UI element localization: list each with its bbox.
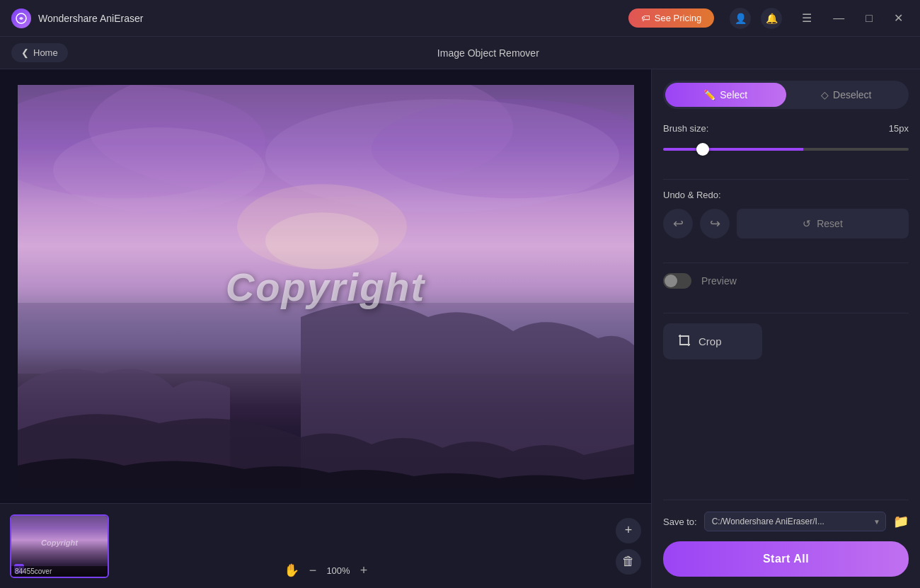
zoom-out-icon[interactable]: − [309, 563, 317, 578]
brush-size-slider[interactable] [663, 148, 909, 151]
save-area: Save to: C:/Wondershare AniEraser/I... ▼… [663, 500, 909, 577]
see-pricing-button[interactable]: 🏷 See Pricing [628, 8, 714, 28]
undo-redo-row: ↩ ↪ ↺ Reset [663, 209, 909, 238]
brush-slider-container [663, 141, 909, 154]
title-bar-icons: 👤 🔔 [730, 8, 782, 29]
reset-icon: ↺ [803, 218, 811, 229]
brush-size-label: Brush size: [663, 123, 708, 134]
svg-point-4 [53, 127, 265, 212]
open-folder-button[interactable]: 📁 [893, 514, 909, 529]
nav-bar: ❮ Home Image Object Remover [0, 37, 920, 69]
account-icon[interactable]: 👤 [730, 8, 751, 29]
save-path-wrapper: C:/Wondershare AniEraser/I... ▼ [704, 512, 886, 531]
select-deselect-toggle: ✏️ Select ◇ Deselect [663, 81, 909, 109]
start-all-button[interactable]: Start All [663, 541, 909, 577]
eraser-icon: ◇ [821, 89, 829, 100]
undo-redo-label: Undo & Redo: [663, 190, 909, 200]
right-panel: ✏️ Select ◇ Deselect Brush size: 15px Un… [651, 69, 920, 588]
chevron-left-icon: ❮ [21, 47, 29, 58]
window-controls: ☰ — □ ✕ [796, 8, 909, 28]
deselect-button[interactable]: ◇ Deselect [786, 83, 907, 107]
brush-size-row: Brush size: 15px [663, 123, 909, 134]
divider-1 [663, 179, 909, 180]
main-layout: Copyright ✋ − 100% + Copyright ✓ 84455co… [0, 69, 920, 588]
brush-size-value: 15px [889, 123, 909, 134]
thumbnail-watermark: Copyright [41, 538, 78, 547]
divider-2 [663, 263, 909, 263]
save-path-select[interactable]: C:/Wondershare AniEraser/I... [704, 512, 886, 531]
reset-button[interactable]: ↺ Reset [737, 209, 909, 238]
delete-file-button[interactable]: 🗑 [616, 549, 641, 575]
title-bar: Wondershare AniEraser 🏷 See Pricing 👤 🔔 … [0, 0, 920, 37]
minimize-button[interactable]: — [827, 9, 850, 28]
pricing-icon: 🏷 [641, 13, 650, 23]
preview-row: Preview [663, 273, 909, 289]
crop-button[interactable]: Crop [663, 323, 762, 359]
zoom-controls: ✋ − 100% + [284, 563, 367, 578]
undo-button[interactable]: ↩ [663, 209, 693, 238]
app-logo [11, 8, 31, 28]
save-label: Save to: [663, 517, 697, 527]
app-title: Wondershare AniEraser [38, 13, 621, 24]
add-file-button[interactable]: + [616, 518, 641, 543]
filmstrip-actions: + 🗑 [616, 518, 641, 575]
copyright-watermark: Copyright [226, 263, 425, 309]
home-button[interactable]: ❮ Home [11, 43, 68, 62]
pen-icon: ✏️ [703, 89, 715, 100]
canvas-container[interactable]: Copyright [0, 69, 651, 503]
hand-tool-icon[interactable]: ✋ [284, 563, 299, 578]
notification-icon[interactable]: 🔔 [761, 8, 782, 29]
save-row: Save to: C:/Wondershare AniEraser/I... ▼… [663, 512, 909, 531]
redo-button[interactable]: ↪ [700, 209, 730, 238]
select-button[interactable]: ✏️ Select [665, 83, 786, 107]
maximize-button[interactable]: □ [860, 9, 878, 28]
canvas-area: Copyright ✋ − 100% + Copyright ✓ 84455co… [0, 69, 651, 588]
close-button[interactable]: ✕ [888, 8, 909, 28]
thumbnail-label: 84455cover [11, 566, 108, 577]
page-title: Image Object Remover [68, 47, 909, 59]
crop-icon [677, 333, 691, 350]
divider-3 [663, 313, 909, 313]
hamburger-icon[interactable]: ☰ [796, 8, 817, 28]
toggle-knob [665, 275, 677, 287]
thumbnail-item[interactable]: Copyright ✓ 84455cover [10, 514, 109, 578]
preview-toggle[interactable] [663, 273, 691, 289]
preview-label: Preview [701, 275, 737, 287]
zoom-level: 100% [326, 565, 350, 576]
zoom-in-icon[interactable]: + [360, 563, 368, 578]
image-canvas: Copyright [18, 85, 634, 488]
